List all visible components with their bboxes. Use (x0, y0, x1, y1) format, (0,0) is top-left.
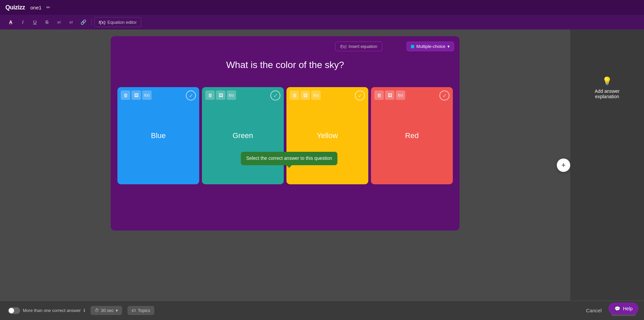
bottom-left: More than one correct answer ℹ ⏱ 30 sec … (8, 306, 154, 315)
help-icon: 💬 (614, 306, 620, 311)
green-image-btn[interactable]: 🖼 (216, 90, 225, 100)
subscript-btn[interactable]: x2 (66, 17, 76, 27)
time-chevron-icon: ▾ (116, 308, 118, 313)
equation-editor-label: Equation editor (107, 20, 137, 25)
insert-equation-label: Insert equation (348, 44, 377, 49)
toggle-wrap: More than one correct answer ℹ (8, 307, 85, 314)
italic-btn[interactable]: I (17, 17, 28, 27)
main-area: ⬜ Image 🎙 Audio ▶ Video Multiple-choice … (0, 29, 644, 301)
help-button[interactable]: 💬 Help (608, 303, 639, 315)
red-fx-btn[interactable]: f(x) (396, 90, 405, 100)
blue-image-btn[interactable]: 🖼 (131, 90, 141, 100)
green-check-btn[interactable]: ✓ (270, 90, 280, 101)
blue-fx-btn[interactable]: f(x) (142, 90, 152, 100)
card-top-right: Multiple-choice ▾ (407, 42, 454, 51)
green-answer-toolbar: 🗑 🖼 f(x) (205, 90, 236, 100)
multiple-correct-label: More than one correct answer (23, 308, 81, 313)
edit-icon[interactable]: ✏ (46, 5, 50, 10)
topics-button[interactable]: 🏷 Topics (127, 306, 154, 315)
yellow-delete-btn[interactable]: 🗑 (290, 90, 299, 100)
plus-icon: + (561, 161, 566, 170)
add-answer-btn[interactable]: + (557, 158, 570, 172)
green-answer-text: Green (232, 131, 253, 140)
select-correct-answer-tooltip: Select the correct answer to this questi… (241, 152, 337, 165)
question-text: What is the color of the sky? (124, 60, 446, 70)
multiple-correct-toggle[interactable] (8, 307, 20, 314)
answer-grid: 🗑 🖼 f(x) Blue ✓ 🗑 🖼 f(x) Green ✓ (111, 87, 460, 191)
yellow-answer-text: Yellow (317, 131, 338, 140)
right-sidebar: 💡 Add answer explanation (570, 29, 644, 301)
blue-answer-card[interactable]: 🗑 🖼 f(x) Blue ✓ (117, 87, 199, 184)
insert-equation-btn[interactable]: f(x) Insert equation (335, 42, 382, 51)
equation-editor-btn[interactable]: f(x) Equation editor (94, 17, 141, 27)
red-image-btn[interactable]: 🖼 (385, 90, 394, 100)
red-answer-toolbar: 🗑 🖼 f(x) (374, 90, 405, 100)
question-type-dropdown[interactable]: Multiple-choice ▾ (407, 42, 454, 51)
topics-icon: 🏷 (131, 308, 136, 313)
superscript-btn[interactable]: x2 (54, 17, 64, 27)
fx-icon: f(x) (99, 20, 105, 25)
question-card: Multiple-choice ▾ f(x) Insert equation W… (111, 36, 460, 231)
cancel-button[interactable]: Cancel (581, 305, 607, 316)
chevron-down-icon: ▾ (447, 44, 450, 49)
help-label: Help (623, 306, 633, 311)
formatting-bar: A I U S x2 x2 🔗 f(x) Equation editor (0, 15, 644, 29)
red-answer-card[interactable]: 🗑 🖼 f(x) Red ✓ (371, 87, 453, 184)
yellow-check-btn[interactable]: ✓ (355, 90, 365, 101)
question-type-label: Multiple-choice (416, 44, 445, 49)
quiz-name: one1 (31, 5, 42, 10)
yellow-answer-card[interactable]: 🗑 🖼 f(x) Yellow ✓ (286, 87, 368, 184)
link-btn[interactable]: 🔗 (78, 17, 89, 27)
yellow-fx-btn[interactable]: f(x) (311, 90, 321, 100)
blue-check-btn[interactable]: ✓ (186, 90, 196, 101)
time-label: 30 sec (101, 308, 114, 313)
tooltip-text: Select the correct answer to this questi… (246, 155, 332, 161)
bottom-bar: More than one correct answer ℹ ⏱ 30 sec … (0, 301, 644, 320)
green-delete-btn[interactable]: 🗑 (205, 90, 215, 100)
topbar: Quizizz one1 ✏ (0, 0, 644, 15)
time-button[interactable]: ⏱ 30 sec ▾ (91, 306, 122, 315)
divider (91, 19, 92, 25)
yellow-image-btn[interactable]: 🖼 (301, 90, 310, 100)
strikethrough-btn[interactable]: S (42, 17, 52, 27)
bulb-icon: 💡 (602, 76, 612, 86)
explanation-label: Add answer explanation (586, 88, 629, 99)
question-type-dot (411, 45, 414, 48)
blue-answer-text: Blue (151, 131, 166, 140)
insert-equation-area: f(x) Insert equation (335, 42, 382, 51)
blue-delete-btn[interactable]: 🗑 (121, 90, 130, 100)
editor-area: ⬜ Image 🎙 Audio ▶ Video Multiple-choice … (0, 29, 570, 301)
fx-icon2: f(x) (340, 44, 346, 49)
add-explanation-panel[interactable]: 💡 Add answer explanation (580, 70, 634, 106)
logo: Quizizz (5, 4, 25, 11)
red-check-btn[interactable]: ✓ (439, 90, 449, 101)
blue-answer-toolbar: 🗑 🖼 f(x) (121, 90, 152, 100)
timer-icon: ⏱ (95, 308, 99, 313)
toggle-knob (9, 308, 14, 313)
green-fx-btn[interactable]: f(x) (227, 90, 236, 100)
red-delete-btn[interactable]: 🗑 (374, 90, 384, 100)
info-icon[interactable]: ℹ (84, 308, 85, 313)
red-answer-text: Red (405, 131, 419, 140)
yellow-answer-toolbar: 🗑 🖼 f(x) (290, 90, 321, 100)
green-answer-card[interactable]: 🗑 🖼 f(x) Green ✓ (202, 87, 284, 184)
topics-label: Topics (138, 308, 150, 313)
underline-btn[interactable]: U (30, 17, 40, 27)
text-color-btn[interactable]: A (5, 17, 16, 27)
